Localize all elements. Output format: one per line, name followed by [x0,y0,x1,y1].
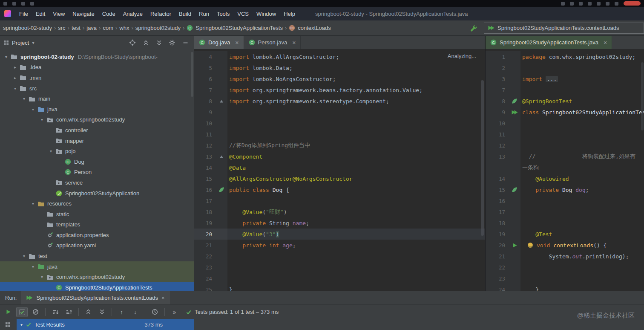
system-tray-icon[interactable] [579,2,583,6]
tree-item-java[interactable]: ▾java [0,104,194,115]
project-tree[interactable]: ▾springboot-02-studyD:\SpringBoot-Study\… [0,49,194,291]
menu-help[interactable]: Help [280,9,299,18]
chevron-down-icon[interactable]: ▾ [3,55,10,59]
system-tray-icon[interactable] [570,2,574,6]
chevron-down-icon[interactable]: ▾ [47,149,55,153]
code-editor-tests[interactable]: 1package com.whx.springboot02study;23imp… [486,49,644,291]
tree-item-com.whx.springboot02study[interactable]: ▾com.whx.springboot02study [0,115,194,125]
sort-alphabetically-button[interactable] [49,307,61,317]
chevron-down-icon[interactable]: ▾ [29,264,37,269]
collapse-all-button[interactable] [96,307,108,317]
system-tray-icon[interactable] [561,2,565,6]
tab-Dog.java[interactable]: CDog.java× [194,36,244,49]
hide-panel-button[interactable] [180,38,190,48]
menu-refactor[interactable]: Refactor [147,9,175,18]
spring-bean-icon[interactable] [509,98,520,104]
breadcrumb-springboot02study[interactable]: springboot02study [134,24,182,32]
breadcrumb-java[interactable]: java [85,24,98,32]
editor-scrollbar[interactable] [481,80,484,236]
tree-item-templates[interactable]: templates [0,220,194,230]
close-icon[interactable]: × [235,39,239,46]
chevron-down-icon[interactable]: ▾ [20,254,28,258]
fold-marker-icon[interactable] [216,155,227,159]
chevron-down-icon[interactable]: ▾ [20,96,28,101]
test-results-selected-row[interactable]: ▾Test Results373 ms [17,319,194,330]
breadcrumb-contextLoads[interactable]: contextLoads [296,24,332,32]
test-history-button[interactable] [149,307,161,317]
tool-window-grid-icon[interactable] [5,322,11,327]
run-configuration-select[interactable]: Springboot02StudyApplicationTests.contex… [484,23,644,34]
tree-item-application.properties[interactable]: application.properties [0,230,194,240]
tree-item-controller[interactable]: controller [0,125,194,136]
tab-Springboot02StudyApplicationTests.java[interactable]: CSpringboot02StudyApplicationTests.java× [486,36,612,49]
spring-bean-icon[interactable] [216,187,227,193]
system-tray-icon[interactable] [12,2,16,6]
tree-item-application.yaml[interactable]: application.yaml [0,240,194,251]
build-icon[interactable] [469,23,479,33]
close-icon[interactable]: × [161,295,165,301]
settings-button[interactable] [167,38,177,48]
rerun-test-button[interactable] [3,307,14,317]
menu-vcs[interactable]: VCS [233,9,253,18]
tree-item-.mvn[interactable]: ▸.mvn [0,72,194,83]
fold-marker-icon[interactable] [216,99,227,103]
menu-navigate[interactable]: Navigate [69,9,98,18]
tree-item-resources[interactable]: ▾resources [0,198,194,209]
menu-edit[interactable]: Edit [32,9,49,18]
breadcrumb-Springboot02StudyApplicationTests[interactable]: Springboot02StudyApplicationTests [194,24,284,32]
tab-Person.java[interactable]: CPerson.java× [244,36,301,49]
breadcrumb-src[interactable]: src [57,24,66,32]
system-tray-icon[interactable] [3,2,7,6]
tree-item-Dog[interactable]: CDog [0,156,194,167]
system-tray-icon[interactable] [615,2,618,6]
tree-item-test[interactable]: ▾test [0,251,194,261]
tree-item-main[interactable]: ▾main [0,93,194,104]
run-tab[interactable]: Springboot02StudyApplicationTests.contex… [21,291,170,305]
menu-code[interactable]: Code [98,9,119,18]
system-tray-icon[interactable] [21,2,25,6]
close-icon[interactable]: × [604,39,607,46]
breadcrumb-test[interactable]: test [70,24,82,32]
tree-item-com.whx.springboot02study[interactable]: ▾com.whx.springboot02study [0,272,194,282]
sort-by-duration-button[interactable] [63,307,75,317]
code-editor-dog[interactable]: Analyzing... 4import lombok.AllArgsConst… [194,49,485,291]
chevron-down-icon[interactable]: ▾ [38,275,46,279]
tree-item-service[interactable]: service [0,177,194,188]
editor-scrollbar[interactable] [641,62,644,130]
tree-item-Person[interactable]: CPerson [0,167,194,178]
system-tray-icon[interactable] [588,2,592,6]
expand-all-button[interactable] [83,307,94,317]
menu-window[interactable]: Window [253,9,280,18]
tree-item-src[interactable]: ▾src [0,83,194,94]
chevron-down-icon[interactable]: ▾ [29,201,37,206]
show-ignored-button[interactable] [30,307,41,317]
menu-analyze[interactable]: Analyze [119,9,147,18]
menu-file[interactable]: File [15,9,32,18]
show-passed-toggle-button[interactable] [16,307,28,317]
chevron-right-icon[interactable]: ▸ [12,75,19,80]
chevron-right-icon[interactable]: ▸ [12,65,19,69]
locate-file-button[interactable] [127,38,138,48]
spring-bean-icon[interactable] [509,187,520,193]
tree-scrollbar[interactable] [191,52,193,97]
tree-item-pojo[interactable]: ▾pojo [0,146,194,156]
collapse-all-button[interactable] [154,38,164,48]
breadcrumb-whx[interactable]: whx [118,24,130,32]
tree-item-springboot-02-study[interactable]: ▾springboot-02-studyD:\SpringBoot-Study\… [0,52,194,62]
tree-item-Springboot02StudyApplicationTests[interactable]: CSpringboot02StudyApplicationTests [0,282,194,291]
run-gutter-icon[interactable] [509,243,520,248]
breadcrumb-springboot-02-study[interactable]: springboot-02-study [2,24,53,32]
tree-item-Springboot02StudyApplication[interactable]: Springboot02StudyApplication [0,188,194,199]
system-tray-icon[interactable] [597,2,601,6]
chevron-down-icon[interactable]: ▾ [29,107,37,112]
next-failed-test-button[interactable]: ↓ [129,307,141,317]
chevron-down-icon[interactable]: ▾ [38,117,46,122]
breadcrumb-com[interactable]: com [101,24,115,32]
record-indicator-button[interactable] [624,1,641,6]
system-tray-icon[interactable] [30,2,34,6]
tree-item-.idea[interactable]: ▸.idea [0,62,194,73]
system-tray-icon[interactable] [606,2,610,6]
more-actions-button[interactable]: » [169,307,180,317]
tree-item-mapper[interactable]: mapper [0,136,194,146]
tree-item-java[interactable]: ▾java [0,261,194,272]
